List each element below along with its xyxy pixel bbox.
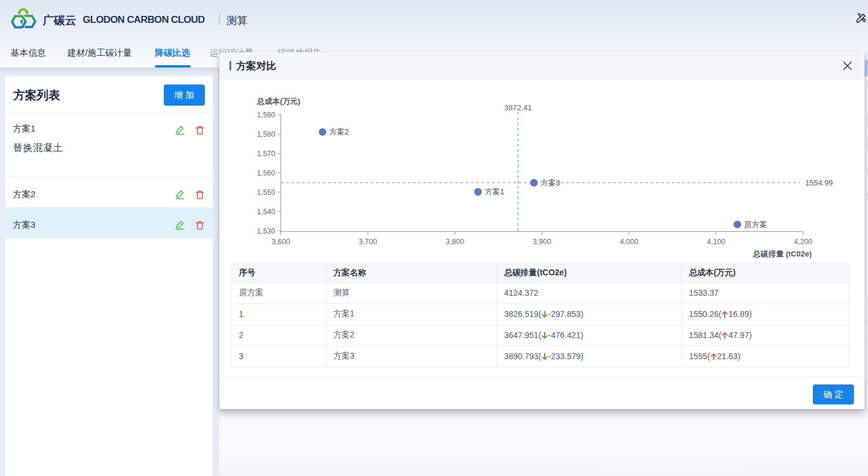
svg-text:3,900: 3,900 <box>532 238 550 246</box>
svg-text:3872.41: 3872.41 <box>504 103 532 112</box>
svg-text:1,550: 1,550 <box>256 188 275 196</box>
svg-text:4,200: 4,200 <box>793 238 812 246</box>
svg-text:总成本(万元): 总成本(万元) <box>256 97 300 106</box>
svg-text:1,540: 1,540 <box>256 207 275 215</box>
svg-text:1554.99: 1554.99 <box>805 178 833 187</box>
svg-text:方案1: 方案1 <box>485 187 504 196</box>
svg-text:方案3: 方案3 <box>541 178 560 187</box>
svg-text:4,100: 4,100 <box>707 238 725 246</box>
svg-text:3,800: 3,800 <box>445 238 464 246</box>
svg-text:总碳排量 (tC02e): 总碳排量 (tC02e) <box>752 249 812 258</box>
svg-text:方案2: 方案2 <box>329 127 349 136</box>
svg-text:3,600: 3,600 <box>271 238 289 246</box>
svg-text:4,000: 4,000 <box>620 238 638 246</box>
svg-text:1,530: 1,530 <box>256 227 275 235</box>
svg-text:1,590: 1,590 <box>256 111 275 119</box>
svg-text:1,580: 1,580 <box>256 130 275 139</box>
svg-text:3,700: 3,700 <box>359 238 377 246</box>
svg-text:1,560: 1,560 <box>256 168 275 177</box>
svg-text:1,570: 1,570 <box>256 150 275 158</box>
svg-text:原方案: 原方案 <box>744 220 767 228</box>
